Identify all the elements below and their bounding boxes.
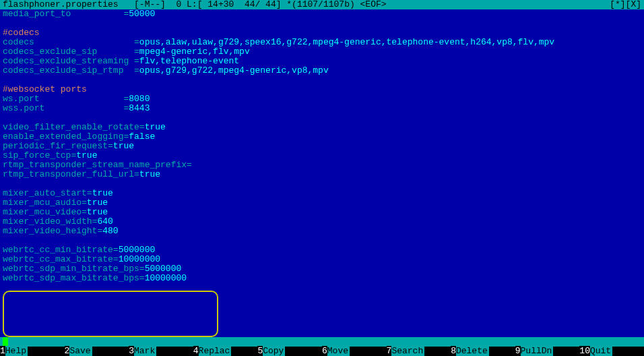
property-value: true: [87, 198, 108, 208]
property-value: 480: [102, 226, 118, 236]
equals-sign: =: [134, 56, 139, 66]
property-key: webrtc_cc_min_bitrate: [3, 245, 113, 255]
comment-text: #websocket ports: [3, 84, 87, 94]
filename: flashphoner.properties: [3, 0, 119, 9]
property-value: 8080: [129, 94, 150, 104]
property-value: 5000000: [119, 245, 156, 255]
editor-line[interactable]: [3, 113, 641, 123]
menu-item-mark[interactable]: 3Mark: [129, 347, 193, 356]
titlebar-right[interactable]: [*][X]: [610, 0, 641, 9]
editor-line[interactable]: rtmp_transponder_stream_name_prefix=: [3, 160, 641, 170]
menu-item-quit[interactable]: 10Quit: [579, 347, 644, 356]
menu-label: Help: [5, 346, 28, 356]
property-value: true: [76, 150, 97, 160]
function-key-menu: 1Help2Save3Mark4Replac5Copy6Move7Search8…: [0, 347, 644, 356]
equals-sign: =: [113, 254, 119, 264]
property-value: false: [129, 131, 155, 142]
menu-number: 9: [515, 346, 521, 356]
editor-line[interactable]: rtmp_transponder_full_url=true: [3, 170, 641, 179]
property-key: mixer_mcu_audio: [3, 198, 82, 208]
property-key: wss.port: [3, 103, 123, 113]
eof-marker: <EOF>: [360, 0, 387, 9]
equals-sign: =: [139, 122, 145, 132]
property-value: 640: [97, 216, 112, 227]
statusbar: [0, 337, 644, 347]
equals-sign: =: [108, 141, 113, 151]
editor-line[interactable]: #websocket ports: [3, 85, 641, 94]
menu-item-replac[interactable]: 4Replac: [193, 347, 258, 356]
editor-line[interactable]: mixer_video_width=640: [3, 217, 641, 227]
menu-number: 6: [322, 346, 327, 356]
editor-line[interactable]: webrtc_cc_max_bitrate=10000000: [3, 255, 641, 264]
mode-indicator: [-M--]: [134, 0, 166, 9]
property-value: 5000000: [145, 264, 182, 274]
editor-line[interactable]: #codecs: [3, 28, 641, 38]
menu-number: 10: [579, 346, 590, 356]
menu-item-search[interactable]: 7Search: [387, 347, 451, 356]
menu-item-delete[interactable]: 8Delete: [451, 347, 515, 356]
equals-sign: =: [134, 169, 139, 179]
menu-item-help[interactable]: 1Help: [0, 347, 65, 356]
editor-line[interactable]: mixer_auto_start=true: [3, 189, 641, 198]
menu-item-pulldn[interactable]: 9PullDn: [515, 347, 580, 356]
editor-line[interactable]: webrtc_cc_min_bitrate=5000000: [3, 245, 641, 255]
editor-line[interactable]: wss.port =8443: [3, 104, 641, 113]
editor-line[interactable]: codecs_exclude_sip =mpeg4-generic,flv,mp…: [3, 47, 641, 57]
editor-line[interactable]: [3, 76, 641, 85]
property-key: periodic_fir_request: [3, 141, 108, 151]
editor-line[interactable]: mixer_video_height=480: [3, 227, 641, 236]
byte-count: *(1107/1107b): [286, 0, 354, 9]
equals-sign: =: [87, 188, 92, 198]
property-key: codecs: [3, 37, 134, 47]
property-value: true: [87, 207, 108, 217]
editor-line[interactable]: webrtc_sdp_max_bitrate_bps=10000000: [3, 274, 641, 283]
editor-line[interactable]: video_filter_enable_rotate=true: [3, 123, 641, 132]
property-key: mixer_video_width: [3, 216, 92, 227]
editor-line[interactable]: codecs_exclude_sip_rtmp =opus,g729,g722,…: [3, 66, 641, 76]
menu-item-move[interactable]: 6Move: [322, 347, 387, 356]
property-key: rtmp_transponder_stream_name_prefix: [3, 160, 187, 170]
menu-label: PullDn: [521, 346, 554, 356]
property-value: mpeg4-generic,flv,mpv: [139, 47, 250, 57]
editor-line[interactable]: sip_force_tcp=true: [3, 151, 641, 160]
editor-line[interactable]: media_port_to =50000: [3, 9, 641, 19]
property-value: opus,alaw,ulaw,g729,speex16,g722,mpeg4-g…: [139, 37, 554, 47]
property-value: true: [139, 169, 160, 179]
menu-item-copy[interactable]: 5Copy: [257, 347, 322, 356]
comment-text: #codecs: [3, 28, 40, 38]
editor-line[interactable]: enable_extended_logging=false: [3, 132, 641, 142]
editor-line[interactable]: codecs_exclude_streaming =flv,telephone-…: [3, 57, 641, 66]
editor-area[interactable]: media_port_to =50000 #codecscodecs =opus…: [0, 9, 644, 283]
equals-sign: =: [187, 160, 192, 170]
menu-label: Mark: [134, 346, 156, 356]
editor-line[interactable]: ws.port =8080: [3, 94, 641, 104]
property-key: sip_force_tcp: [3, 150, 71, 160]
menu-number: 8: [451, 346, 456, 356]
editor-line[interactable]: [3, 179, 641, 189]
editor-line[interactable]: codecs =opus,alaw,ulaw,g729,speex16,g722…: [3, 38, 641, 47]
editor-line[interactable]: mixer_mcu_audio=true: [3, 198, 641, 208]
editor-line[interactable]: [3, 19, 641, 28]
menu-item-save[interactable]: 2Save: [65, 347, 129, 356]
menu-number: 1: [0, 346, 5, 356]
titlebar: flashphoner.properties [-M--] 0 L:[ 14+3…: [0, 0, 644, 9]
cursor-position: 0 L:[ 14+30 44/ 44]: [176, 0, 281, 9]
property-value: opus,g729,g722,mpeg4-generic,vp8,mpv: [139, 65, 329, 76]
property-key: video_filter_enable_rotate: [3, 122, 139, 132]
editor-line[interactable]: mixer_mcu_video=true: [3, 208, 641, 217]
property-key: mixer_auto_start: [3, 188, 87, 198]
property-value: flv,telephone-event: [139, 56, 239, 66]
editor-line[interactable]: [3, 236, 641, 245]
editor-line[interactable]: periodic_fir_request=true: [3, 142, 641, 151]
property-key: ws.port: [3, 94, 123, 104]
property-key: mixer_mcu_video: [3, 207, 82, 217]
property-key: mixer_video_height: [3, 226, 97, 236]
editor-line[interactable]: webrtc_sdp_min_bitrate_bps=5000000: [3, 264, 641, 274]
property-value: true: [145, 122, 166, 132]
menu-label: Quit: [590, 346, 612, 356]
property-value: true: [92, 188, 113, 198]
equals-sign: =: [139, 264, 145, 274]
equals-sign: =: [134, 37, 139, 47]
equals-sign: =: [139, 273, 145, 283]
property-key: codecs_exclude_sip_rtmp: [3, 65, 134, 76]
